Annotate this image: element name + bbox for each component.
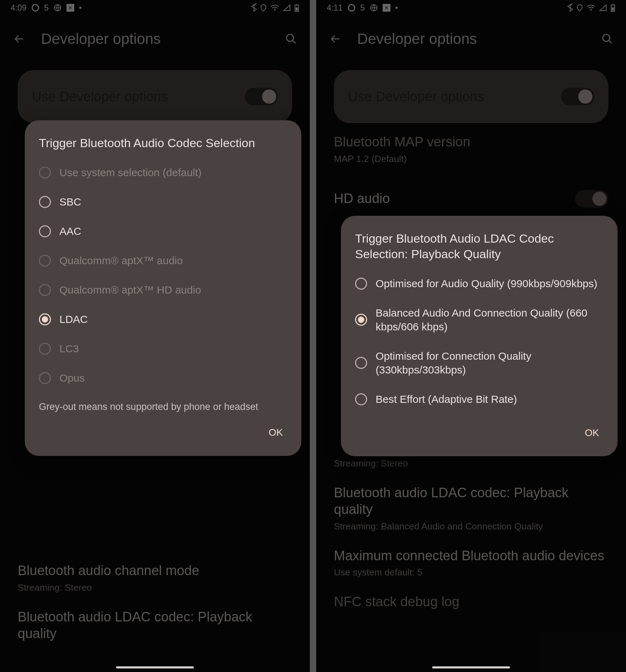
- radio-icon: [355, 393, 367, 405]
- dialog-title: Trigger Bluetooth Audio LDAC Codec Selec…: [341, 231, 618, 269]
- radio-icon: [39, 225, 51, 237]
- radio-option-ldac[interactable]: LDAC: [25, 305, 301, 334]
- codec-selection-dialog: Trigger Bluetooth Audio Codec Selection …: [25, 120, 301, 456]
- radio-icon: [355, 278, 367, 290]
- radio-icon: [355, 357, 367, 369]
- radio-option-aptx-hd[interactable]: Qualcomm® aptX™ HD audio: [25, 275, 301, 305]
- radio-option-audio-quality[interactable]: Optimised for Audio Quality (990kbps/909…: [341, 269, 618, 298]
- gesture-nav-handle[interactable]: [432, 666, 510, 668]
- gesture-nav-handle[interactable]: [116, 666, 194, 668]
- radio-option-balanced[interactable]: Balanced Audio And Connection Quality (6…: [341, 298, 618, 341]
- radio-option-lc3[interactable]: LC3: [25, 334, 301, 363]
- radio-icon: [39, 255, 51, 267]
- radio-option-aac[interactable]: AAC: [25, 216, 301, 246]
- radio-option-best-effort[interactable]: Best Effort (Adaptive Bit Rate): [341, 384, 618, 414]
- radio-icon: [39, 372, 51, 384]
- radio-icon: [39, 343, 51, 355]
- radio-icon: [39, 313, 51, 325]
- phone-right: 4:11 5 ✕: [316, 0, 626, 672]
- phone-left: 4:09 5 ✕: [0, 0, 310, 672]
- radio-icon: [39, 284, 51, 296]
- dialog-title: Trigger Bluetooth Audio Codec Selection: [25, 135, 301, 158]
- radio-icon: [39, 167, 51, 179]
- ok-button[interactable]: OK: [267, 423, 285, 442]
- dialog-note: Grey-out means not supported by phone or…: [25, 393, 301, 413]
- radio-option-sbc[interactable]: SBC: [25, 187, 301, 216]
- radio-icon: [355, 314, 367, 326]
- ok-button[interactable]: OK: [583, 424, 601, 442]
- radio-option-system-default[interactable]: Use system selection (default): [25, 158, 301, 187]
- radio-option-aptx[interactable]: Qualcomm® aptX™ audio: [25, 246, 301, 275]
- radio-option-opus[interactable]: Opus: [25, 363, 301, 393]
- radio-icon: [39, 196, 51, 208]
- ldac-quality-dialog: Trigger Bluetooth Audio LDAC Codec Selec…: [341, 216, 618, 456]
- radio-option-connection-quality[interactable]: Optimised for Connection Quality (330kbp…: [341, 341, 618, 384]
